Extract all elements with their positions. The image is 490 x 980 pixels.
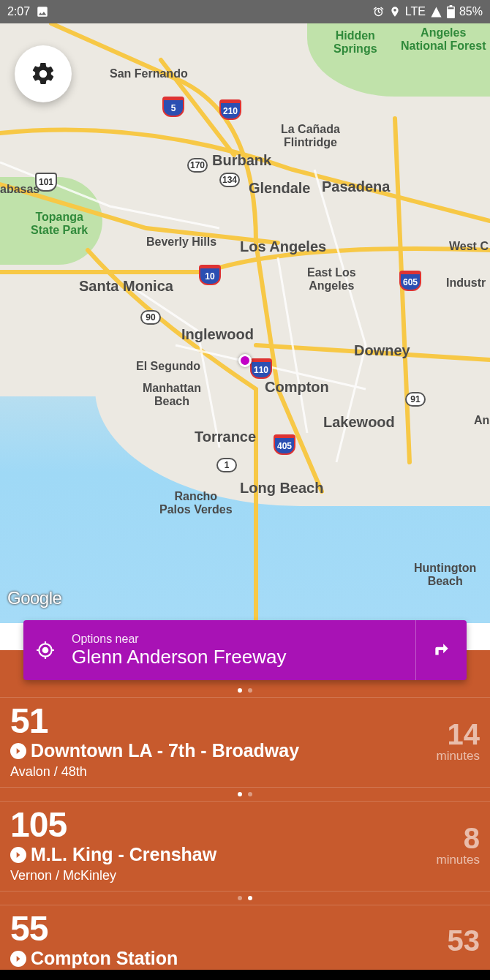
location-icon bbox=[389, 6, 401, 18]
route-eta-unit: minutes bbox=[436, 749, 480, 764]
directions-icon bbox=[432, 641, 451, 660]
map-label-topanga: Topanga State Park bbox=[31, 211, 88, 236]
route-destination: Downtown LA - 7th - Broadway bbox=[31, 740, 299, 761]
search-text[interactable]: Options near Glenn Anderson Freeway bbox=[67, 632, 415, 668]
shield-i10: 10 bbox=[199, 265, 221, 285]
page-indicator bbox=[0, 788, 490, 801]
map-label-huntington-beach: Huntington Beach bbox=[414, 562, 476, 587]
route-number: 51 bbox=[10, 704, 436, 739]
status-battery: 85% bbox=[459, 5, 483, 18]
status-time: 2:07 bbox=[7, 5, 30, 18]
map-label-long-beach: Long Beach bbox=[240, 480, 323, 496]
route-eta-unit: minutes bbox=[436, 853, 480, 867]
shield-sr91: 91 bbox=[405, 392, 426, 407]
map-label-los-angeles: Los Angeles bbox=[240, 238, 326, 255]
page-indicator-top bbox=[0, 684, 490, 697]
map-label-burbank: Burbank bbox=[212, 152, 271, 168]
page-indicator bbox=[0, 892, 490, 905]
gear-icon bbox=[30, 61, 56, 87]
map-label-angeles-nf: Angeles National Forest bbox=[401, 26, 486, 52]
route-number: 105 bbox=[10, 807, 436, 843]
shield-i605: 605 bbox=[399, 271, 421, 291]
direction-icon bbox=[10, 743, 26, 759]
map-label-downey: Downey bbox=[354, 342, 410, 358]
crosshair-icon bbox=[36, 641, 55, 660]
shield-i405: 405 bbox=[274, 434, 295, 455]
shield-i210: 210 bbox=[219, 99, 241, 120]
image-icon bbox=[36, 5, 49, 18]
map-label-lakewood: Lakewood bbox=[323, 414, 395, 430]
shield-i110: 110 bbox=[250, 358, 272, 379]
map-label-el-segundo: El Segundo bbox=[136, 360, 200, 373]
map-label-hidden-springs: Hidden Springs bbox=[333, 29, 377, 55]
alarm-icon bbox=[372, 6, 385, 18]
shield-us101: 101 bbox=[35, 173, 57, 192]
map-label-pasadena: Pasadena bbox=[322, 178, 390, 195]
map-label-santa-monica: Santa Monica bbox=[79, 278, 173, 294]
search-value: Glenn Anderson Freeway bbox=[72, 646, 411, 668]
routes-panel[interactable]: 51 Downtown LA - 7th - Broadway Avalon /… bbox=[0, 650, 490, 980]
current-location-dot bbox=[238, 354, 252, 367]
map-label-inglewood: Inglewood bbox=[181, 326, 254, 342]
signal-icon bbox=[430, 6, 442, 18]
route-stop: Avalon / 48th bbox=[10, 764, 436, 780]
status-bar: 2:07 LTE 85% bbox=[0, 0, 490, 23]
map-label-abasas: abasas bbox=[0, 183, 39, 196]
map-label-an: An bbox=[474, 414, 489, 427]
route-item[interactable]: 51 Downtown LA - 7th - Broadway Avalon /… bbox=[0, 697, 490, 788]
map-label-industr: Industr bbox=[446, 276, 486, 290]
map-label-glendale: Glendale bbox=[249, 180, 310, 196]
map-label-east-la: East Los Angeles bbox=[307, 266, 356, 292]
route-stop: Vernon / McKinley bbox=[10, 868, 436, 883]
route-eta: 53 bbox=[448, 926, 480, 955]
directions-button[interactable] bbox=[415, 620, 467, 680]
shield-i5: 5 bbox=[162, 97, 184, 117]
shield-sr134: 134 bbox=[219, 173, 240, 187]
android-nav-bar bbox=[0, 970, 490, 980]
settings-button[interactable] bbox=[15, 45, 72, 102]
shield-sr90: 90 bbox=[140, 310, 161, 325]
route-item[interactable]: 55 Compton Station 53 bbox=[0, 905, 490, 976]
route-destination: M.L. King - Crenshaw bbox=[31, 844, 216, 865]
shield-sr1: 1 bbox=[216, 458, 237, 472]
svg-rect-2 bbox=[448, 7, 453, 9]
route-item[interactable]: 105 M.L. King - Crenshaw Vernon / McKinl… bbox=[0, 801, 490, 892]
map-label-compton: Compton bbox=[265, 379, 329, 395]
map-label-west-c: West C bbox=[449, 240, 489, 253]
map-label-beverly-hills: Beverly Hills bbox=[146, 235, 216, 249]
map[interactable]: Hidden Springs Angeles National Forest S… bbox=[0, 23, 490, 623]
route-eta: 14 bbox=[436, 720, 480, 749]
map-label-torrance: Torrance bbox=[195, 429, 256, 445]
map-label-la-canada: La Cañada Flintridge bbox=[281, 123, 340, 148]
search-label: Options near bbox=[72, 632, 411, 646]
route-eta: 8 bbox=[436, 823, 480, 853]
map-label-manhattan-beach: Manhattan Beach bbox=[143, 382, 201, 407]
status-network: LTE bbox=[405, 5, 426, 18]
battery-icon bbox=[447, 5, 455, 18]
direction-icon bbox=[10, 951, 26, 967]
svg-rect-1 bbox=[450, 5, 453, 7]
route-destination: Compton Station bbox=[31, 948, 178, 969]
locate-button[interactable] bbox=[23, 641, 67, 660]
svg-point-4 bbox=[43, 648, 48, 653]
direction-icon bbox=[10, 847, 26, 863]
map-label-san-fernando: San Fernando bbox=[110, 67, 188, 80]
shield-sr170: 170 bbox=[187, 158, 208, 173]
route-number: 55 bbox=[10, 911, 448, 946]
google-attribution: Google bbox=[7, 588, 61, 608]
map-label-rancho-pv: Rancho Palos Verdes bbox=[159, 490, 233, 516]
search-bar[interactable]: Options near Glenn Anderson Freeway bbox=[23, 620, 467, 680]
